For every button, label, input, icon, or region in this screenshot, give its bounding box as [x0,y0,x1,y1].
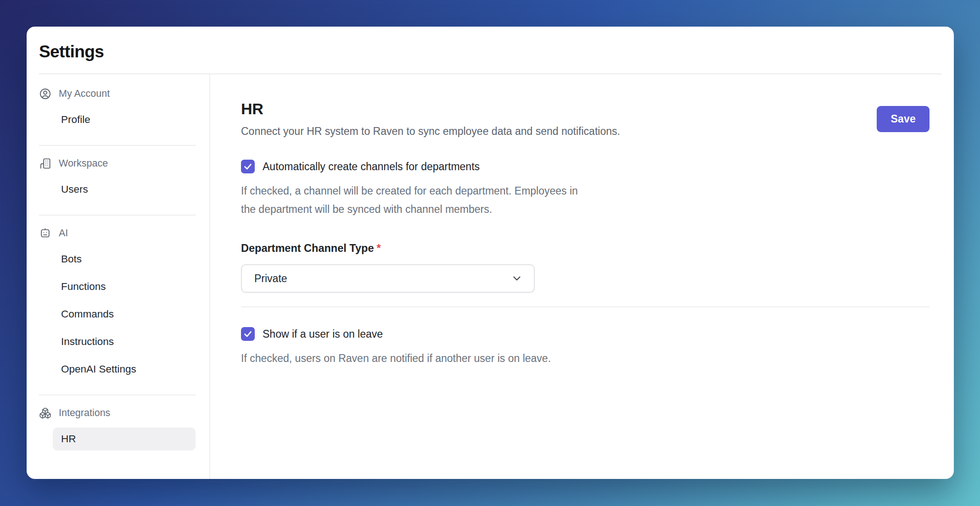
sidebar-section-ai: AI [39,223,196,243]
building-icon [39,157,51,170]
checkbox-auto-create-channels[interactable]: Automatically create channels for depart… [241,160,480,173]
sidebar-item-label: OpenAI Settings [61,363,136,375]
sidebar-item-commands[interactable]: Commands [53,303,196,326]
sidebar-item-bots[interactable]: Bots [53,248,196,271]
sidebar-item-label: HR [61,433,76,445]
checkbox-show-on-leave[interactable]: Show if a user is on leave [241,327,383,341]
sidebar-item-functions[interactable]: Functions [53,275,196,298]
sidebar-item-label: Users [61,183,88,195]
department-channel-type-select[interactable]: Private [241,264,535,293]
sidebar-section-integrations: Integrations [39,403,196,423]
sidebar-section-workspace: Workspace [39,153,196,173]
sidebar-section-label: My Account [59,88,110,100]
required-asterisk: * [376,242,381,254]
desktop-background: Settings My Account Profile [0,0,980,506]
section-title: HR [241,100,620,118]
sidebar-item-label: Instructions [61,336,114,348]
checkbox-help-text: If checked, a channel will be created fo… [241,182,930,218]
bot-icon [39,227,51,239]
sidebar: My Account Profile Workspace [27,74,210,479]
field-auto-create-channels: Automatically create channels for depart… [241,160,930,218]
help-line: If checked, a channel will be created fo… [241,182,930,200]
sidebar-divider [39,395,196,395]
sidebar-divider [39,215,196,216]
select-field-label-text: Department Channel Type [241,242,374,254]
checkbox-checked-icon [241,327,255,341]
checkbox-help-text: If checked, users on Raven are notified … [241,349,930,367]
sidebar-item-instructions[interactable]: Instructions [53,330,196,353]
settings-modal: Settings My Account Profile [27,27,954,479]
select-value: Private [254,272,287,285]
sidebar-item-openai-settings[interactable]: OpenAI Settings [53,358,196,381]
sidebar-section-label: Integrations [59,407,110,419]
sidebar-item-label: Bots [61,253,82,265]
settings-content: HR Connect your HR system to Raven to sy… [210,74,954,479]
save-button[interactable]: Save [877,106,930,132]
checkbox-checked-icon [241,160,255,173]
checkbox-label: Show if a user is on leave [263,328,383,340]
chevron-down-icon [511,272,523,284]
sidebar-item-users[interactable]: Users [53,178,196,201]
user-circle-icon [39,88,51,100]
boxes-icon [39,407,51,419]
content-header-text: HR Connect your HR system to Raven to sy… [241,100,620,138]
sidebar-item-profile[interactable]: Profile [53,108,196,131]
section-description: Connect your HR system to Raven to sync … [241,125,620,138]
page-title: Settings [39,42,941,61]
sidebar-section-my-account: My Account [39,83,196,104]
sidebar-item-label: Profile [61,114,90,126]
field-department-channel-type: Department Channel Type* Private [241,242,930,293]
field-show-on-leave: Show if a user is on leave If checked, u… [241,327,930,367]
content-header: HR Connect your HR system to Raven to sy… [241,100,930,138]
select-field-label: Department Channel Type* [241,242,930,255]
sidebar-divider [39,145,196,146]
sidebar-section-label: AI [59,228,68,239]
help-line: the department will be synced with chann… [241,200,930,218]
content-divider [241,306,930,307]
settings-header: Settings [39,27,941,74]
sidebar-item-hr[interactable]: HR [53,428,196,450]
sidebar-item-label: Functions [61,281,106,293]
help-line: If checked, users on Raven are notified … [241,349,930,367]
checkbox-label: Automatically create channels for depart… [263,161,480,173]
sidebar-item-label: Commands [61,308,114,320]
sidebar-section-label: Workspace [59,158,108,169]
